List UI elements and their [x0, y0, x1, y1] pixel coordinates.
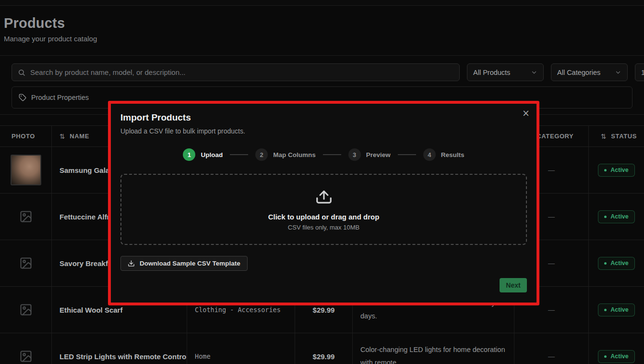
status-cell: Active — [589, 147, 644, 193]
download-sample-csv-button[interactable]: Download Sample CSV Template — [120, 256, 248, 271]
photo-cell — [0, 333, 52, 364]
upload-icon — [315, 188, 333, 206]
status-dot-icon — [604, 216, 607, 218]
page-subtitle: Manage your product catalog — [4, 35, 97, 43]
name-cell: LED Strip Lights with Remote Control — [52, 333, 187, 364]
categories-filter-value: All Categories — [557, 69, 600, 76]
page-title: Products — [4, 15, 97, 31]
step-connector — [323, 154, 341, 155]
page-size-dropdown[interactable]: 1 — [635, 63, 644, 81]
sort-icon: ⇅ — [60, 133, 65, 140]
tag-icon — [19, 94, 26, 101]
page-size-value: 1 — [641, 69, 644, 76]
step-label: Upload — [201, 151, 223, 158]
header-status-sortable[interactable]: ⇅STATUS — [589, 126, 644, 146]
step-results: 4 Results — [423, 148, 465, 161]
status-badge: Active — [598, 210, 635, 223]
chevron-down-icon — [615, 69, 621, 76]
csv-upload-dropzone[interactable]: Click to upload or drag and drop CSV fil… — [120, 174, 527, 245]
product-properties-label: Product Properties — [31, 94, 89, 101]
products-filter-dropdown[interactable]: All Products — [467, 63, 544, 81]
dropzone-title: Click to upload or drag and drop — [268, 213, 380, 221]
product-photo — [11, 155, 41, 185]
status-dot-icon — [604, 309, 607, 311]
price-cell: $29.99 — [295, 333, 353, 364]
step-connector — [230, 154, 248, 155]
step-map-columns: 2 Map Columns — [255, 148, 316, 161]
step-preview: 3 Preview — [348, 148, 391, 161]
status-badge: Active — [598, 164, 635, 177]
step-number: 2 — [255, 148, 268, 161]
image-placeholder-icon — [19, 350, 33, 363]
status-cell: Active — [589, 240, 644, 286]
category-cell: — — [514, 333, 589, 364]
photo-cell — [0, 194, 52, 240]
step-upload: 1 Upload — [183, 148, 223, 161]
step-number: 4 — [423, 148, 436, 161]
photo-cell — [0, 240, 52, 286]
image-placeholder-icon — [19, 256, 33, 270]
status-badge: Active — [598, 350, 635, 363]
step-number: 3 — [348, 148, 361, 161]
top-bar — [0, 0, 644, 6]
search-field[interactable] — [30, 68, 453, 76]
image-placeholder-icon — [19, 303, 33, 316]
next-button[interactable]: Next — [500, 278, 527, 292]
step-connector — [398, 154, 416, 155]
status-dot-icon — [604, 262, 607, 265]
dropzone-subtitle: CSV files only, max 10MB — [288, 224, 359, 231]
step-label: Map Columns — [273, 151, 316, 158]
search-icon — [18, 69, 25, 76]
modal-subtitle: Upload a CSV file to bulk import product… — [120, 127, 527, 135]
status-badge: Active — [598, 303, 635, 316]
photo-cell — [0, 287, 52, 333]
table-row[interactable]: LED Strip Lights with Remote Control Hom… — [0, 333, 644, 364]
download-icon — [128, 260, 135, 267]
close-icon[interactable]: × — [522, 109, 530, 118]
status-cell: Active — [589, 287, 644, 333]
step-label: Preview — [366, 151, 391, 158]
status-dot-icon — [604, 169, 607, 171]
image-placeholder-icon — [19, 210, 33, 223]
categories-filter-dropdown[interactable]: All Categories — [551, 63, 628, 81]
status-cell: Active — [589, 194, 644, 240]
model-cell: Home — [187, 333, 295, 364]
search-input[interactable] — [12, 63, 460, 81]
step-number: 1 — [183, 148, 195, 161]
products-filter-value: All Products — [473, 69, 510, 76]
sort-icon: ⇅ — [601, 133, 607, 140]
step-label: Results — [441, 151, 465, 158]
description-cell: Color-changing LED lights for home decor… — [353, 333, 514, 364]
page-header: Products Manage your product catalog — [4, 15, 97, 43]
modal-title: Import Products — [120, 112, 527, 123]
import-stepper: 1 Upload 2 Map Columns 3 Preview 4 Resul… — [120, 148, 527, 161]
import-products-modal: × Import Products Upload a CSV file to b… — [108, 101, 539, 305]
chevron-down-icon — [531, 69, 537, 76]
status-dot-icon — [604, 355, 607, 358]
photo-cell — [0, 147, 52, 193]
download-button-label: Download Sample CSV Template — [140, 260, 240, 267]
header-photo: PHOTO — [0, 126, 52, 146]
status-badge: Active — [598, 257, 635, 270]
status-cell: Active — [589, 333, 644, 364]
